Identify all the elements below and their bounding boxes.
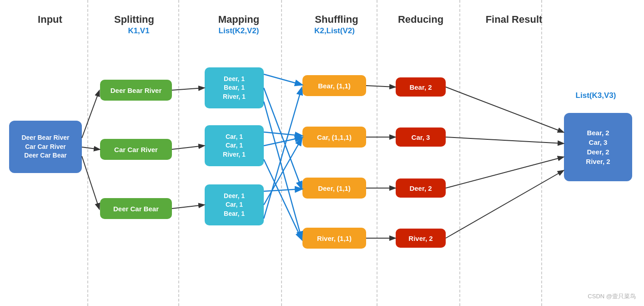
divider-5 [459,0,460,306]
svg-line-22 [446,171,563,238]
header-final-sub: List(K3,V3) [559,91,632,100]
svg-line-13 [264,139,302,205]
reduce-node-2: Deer, 2 [396,178,446,198]
svg-line-15 [366,86,395,87]
divider-2 [178,0,179,306]
header-mapping-sub: List(K2,V2) [200,26,277,36]
header-final: Final Result [473,14,555,26]
shuffle-node-0: Bear, (1,1) [302,75,366,96]
diagram: Input Splitting K1,V1 Mapping List(K2,V2… [0,0,644,306]
svg-line-11 [264,159,302,239]
svg-line-9 [264,132,302,136]
shuffle-node-3: River, (1,1) [302,228,366,249]
map-node-1: Car, 1Car, 1River, 1 [205,125,264,166]
header-splitting: Splitting [100,14,168,26]
input-node: Deer Bear RiverCar Car RiverDeer Car Bea… [9,121,82,173]
svg-line-0 [82,91,99,138]
svg-line-14 [264,88,302,219]
svg-line-1 [82,147,99,149]
header-shuffling: Shuffling [300,14,373,26]
divider-6 [541,0,542,306]
header-splitting-sub: K1,V1 [105,26,173,36]
svg-line-8 [264,102,302,238]
arrows-svg [0,0,644,306]
svg-line-12 [264,189,302,191]
split-node-2: Deer Car Bear [100,198,172,219]
shuffle-node-2: Deer, (1,1) [302,178,366,199]
split-node-1: Car Car River [100,139,172,160]
shuffle-node-1: Car, (1,1,1) [302,127,366,148]
divider-4 [377,0,377,306]
svg-line-4 [172,146,204,149]
svg-line-3 [172,88,204,90]
svg-line-6 [264,74,302,85]
svg-line-5 [172,205,204,209]
header-shuffling-sub: K2,List(V2) [295,26,374,36]
reduce-node-0: Bear, 2 [396,77,446,97]
divider-1 [87,0,88,306]
svg-line-19 [446,87,563,132]
watermark: CSDN @壹只菜鸟 [588,292,636,301]
divider-3 [281,0,282,306]
header-reducing: Reducing [384,14,457,26]
svg-line-10 [264,138,302,146]
header-mapping: Mapping [205,14,273,26]
map-node-2: Deer, 1Car, 1Bear, 1 [205,184,264,225]
reduce-node-1: Car, 3 [396,128,446,147]
reduce-node-3: River, 2 [396,229,446,248]
split-node-0: Deer Bear River [100,80,172,101]
svg-line-7 [264,88,302,188]
svg-line-2 [82,156,99,209]
map-node-0: Deer, 1Bear, 1River, 1 [205,67,264,108]
result-node: Bear, 2Car, 3Deer, 2River, 2 [564,113,632,181]
header-input: Input [18,14,82,26]
svg-line-21 [446,157,563,188]
svg-line-20 [446,137,563,143]
